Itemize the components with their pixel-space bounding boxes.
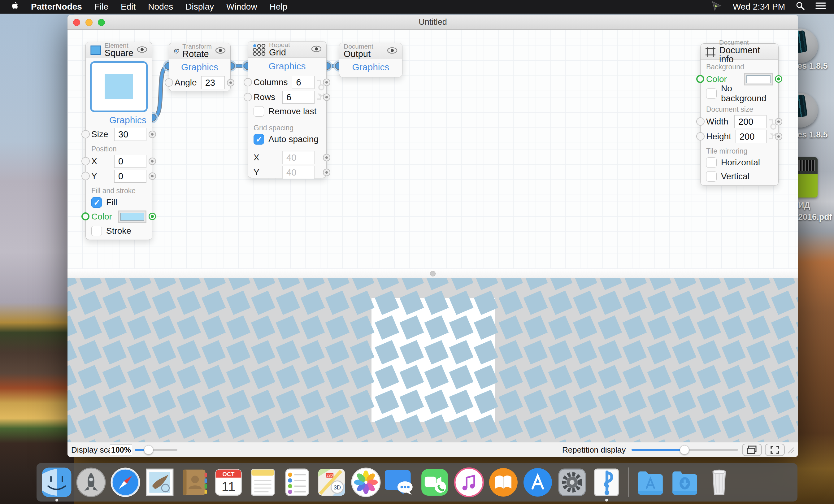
status-arrow-icon[interactable] [711,1,722,13]
dock-photos-icon[interactable] [351,467,381,498]
color-output-connector[interactable] [775,75,782,83]
display-scaling-slider[interactable] [135,449,177,451]
y-input[interactable]: 0 [114,170,147,183]
dock-contacts-icon[interactable] [179,467,209,498]
dock-trash-icon[interactable] [704,467,734,498]
node-grid[interactable]: Repeat Grid Graphics Columns 6 [248,41,327,178]
columns-input[interactable]: 6 [292,76,314,89]
menu-item-nodes[interactable]: Nodes [148,2,173,12]
output-connector[interactable] [323,79,330,86]
dock-calendar-icon[interactable]: OCT11 [213,467,244,498]
vertical-checkbox[interactable] [706,171,717,182]
node-output-header[interactable]: Document Output [339,43,402,59]
width-input[interactable]: 200 [734,115,767,128]
fullscreen-button[interactable] [765,444,785,456]
desktop-icon-label[interactable]: ИД [798,201,810,210]
dock-ibooks-icon[interactable] [488,467,519,498]
output-connector[interactable] [323,93,330,101]
tile-view-button[interactable] [742,444,762,456]
input-connector[interactable] [82,130,90,138]
eye-icon[interactable] [215,47,226,55]
output-connector[interactable] [775,118,782,125]
menu-item-file[interactable]: File [94,2,108,12]
x-input[interactable]: 0 [114,155,147,168]
color-input-connector[interactable] [696,75,704,83]
menu-item-window[interactable]: Window [226,2,257,12]
menu-clock[interactable]: Wed 2:34 PM [733,2,785,12]
node-square-header[interactable]: Element Square [86,42,152,58]
output-connector[interactable] [775,133,782,140]
node-canvas[interactable]: Element Square Graphics Size 30 Position [67,30,798,269]
split-divider[interactable] [67,269,798,278]
node-output[interactable]: Document Output Graphics [339,43,402,78]
menu-app-name[interactable]: PatterNodes [31,2,82,12]
output-connector[interactable] [149,158,156,165]
dock-applications-folder-icon[interactable] [635,467,665,498]
spacing-x-input[interactable]: 40 [282,151,314,164]
desktop-icon-label[interactable]: es 1.8.5 [797,130,828,139]
pattern-preview[interactable] [67,278,798,442]
desktop-icon-label[interactable]: 2016.pdf [798,212,832,222]
remove-last-checkbox[interactable] [254,106,264,117]
dock-notes-icon[interactable] [248,467,278,498]
node-grid-header[interactable]: Repeat Grid [248,42,326,58]
display-scaling-slider-thumb[interactable] [144,445,153,455]
output-connector[interactable] [323,154,330,161]
spacing-y-input[interactable]: 40 [282,166,314,179]
node-document-info[interactable]: Document Document info Background Color … [700,43,778,186]
menu-item-display[interactable]: Display [185,2,214,12]
dock-messages-icon[interactable] [385,467,415,498]
no-background-checkbox[interactable] [706,88,717,99]
color-output-connector[interactable] [149,213,156,220]
dock-facetime-icon[interactable] [419,467,450,498]
eye-icon[interactable] [136,46,148,54]
repetition-display-slider[interactable] [632,449,738,451]
dock-appstore-icon[interactable] [523,467,553,498]
angle-input[interactable]: 23 [201,76,225,89]
repetition-display-slider-thumb[interactable] [680,445,689,455]
dock-launchpad-icon[interactable] [76,467,106,498]
input-connector[interactable] [696,132,705,140]
input-connector[interactable] [82,157,90,165]
fill-color-swatch[interactable] [118,211,147,223]
divider-handle[interactable] [430,271,436,277]
height-input[interactable]: 200 [736,130,767,143]
input-connector[interactable] [82,172,90,180]
dock-maps-icon[interactable]: 2803D [316,467,347,498]
output-connector[interactable] [227,79,234,86]
output-connector[interactable] [323,169,330,176]
fill-checkbox[interactable] [91,197,102,208]
resize-grip[interactable] [786,446,794,454]
desktop-icon-label[interactable]: es 1.8.5 [797,61,828,71]
node-document-info-header[interactable]: Document Document info [701,44,778,60]
menu-item-edit[interactable]: Edit [121,2,136,12]
eye-icon[interactable] [387,47,398,55]
zoom-button[interactable] [98,19,105,26]
dock-finder-icon[interactable] [42,467,72,498]
input-connector[interactable] [696,117,705,126]
output-connector[interactable] [149,131,156,138]
notification-center-icon[interactable] [815,2,826,13]
color-input-connector[interactable] [82,212,89,220]
input-connector[interactable] [244,78,252,86]
eye-icon[interactable] [311,45,322,53]
dock-mail-icon[interactable] [145,467,175,498]
size-input[interactable]: 30 [114,128,147,141]
auto-spacing-checkbox[interactable] [254,134,264,145]
dock-safari-icon[interactable] [110,467,140,498]
horizontal-checkbox[interactable] [706,157,717,168]
output-connector[interactable] [149,172,156,180]
minimize-button[interactable] [85,19,92,26]
dock-downloads-folder-icon[interactable] [670,467,700,498]
close-button[interactable] [73,19,80,26]
dock-system-preferences-icon[interactable] [557,467,587,498]
dock-reminders-icon[interactable] [282,467,312,498]
node-rotate-header[interactable]: Transform Rotate [169,43,230,59]
input-connector[interactable] [244,93,252,101]
rows-input[interactable]: 6 [282,91,314,104]
spotlight-icon[interactable] [796,1,805,13]
stroke-checkbox[interactable] [91,226,102,236]
input-connector[interactable] [165,78,173,87]
node-rotate[interactable]: Transform Rotate Graphics Angle 23 [169,43,231,91]
node-square[interactable]: Element Square Graphics Size 30 Position [85,42,152,240]
